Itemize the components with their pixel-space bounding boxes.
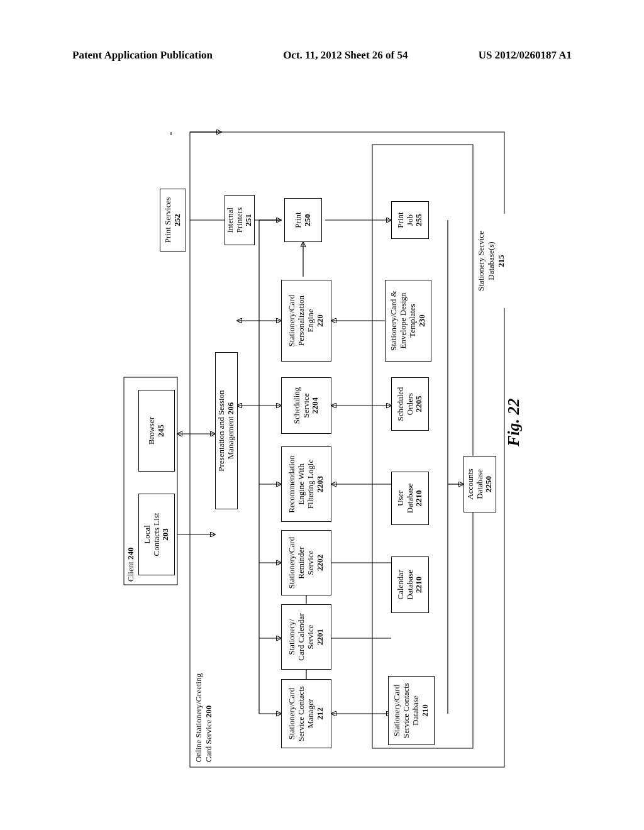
internal-printers-box: Internal Printers 251 [225,195,255,245]
header-center: Oct. 11, 2012 Sheet 26 of 54 [283,49,408,62]
scheduling-box: Scheduling Service 2204 [281,377,331,434]
figure-label: Fig. 22 [504,398,523,446]
accounts-db-box: Accounts Database 2250 [464,456,496,512]
local-contacts-box: Local Contacts List 203 [138,494,175,575]
print-services-box: Print Services 252 [160,189,186,252]
scheduled-orders-box: Scheduled Orders 2205 [391,377,429,431]
recommendation-box: Recommendation Engine With Filtering Log… [281,446,331,522]
print-box: Print 250 [284,198,322,242]
user-db-box: User Database 2210 [391,472,429,525]
header-left: Patent Application Publication [72,49,213,62]
reminder-service-box: Stationery/Card Reminder Service 2202 [281,530,331,595]
browser-box: Browser 245 [138,390,175,472]
personalization-box: Stationery/Card Personalization Engine 2… [281,280,331,362]
service-title: Online Stationery/Greeting Card Service … [194,673,214,762]
presentation-session-box: Presentation and Session Management 206 [215,352,238,509]
contacts-manager-box: Stationery/Card Service Contacts Manager… [281,679,331,748]
figure-22-diagram: Client 240 Local Contacts List 203 Brows… [121,107,523,773]
db-group-label: Stationery Service Database(s) 215 [476,214,506,308]
calendar-db-box: Calendar Database 2210 [391,556,429,613]
print-job-box: Print Job 255 [391,201,429,239]
page-header: Patent Application Publication Oct. 11, … [72,49,572,62]
templates-box: Stationery/Card & Envelope Design Templa… [385,280,431,362]
header-right: US 2012/0260187 A1 [479,49,572,62]
client-title: Client 240 [126,547,136,582]
contacts-db-box: Stationery/Card Service Contacts Databas… [388,676,435,745]
calendar-service-box: Stationery/ Card Calendar Service 2201 [281,604,331,670]
